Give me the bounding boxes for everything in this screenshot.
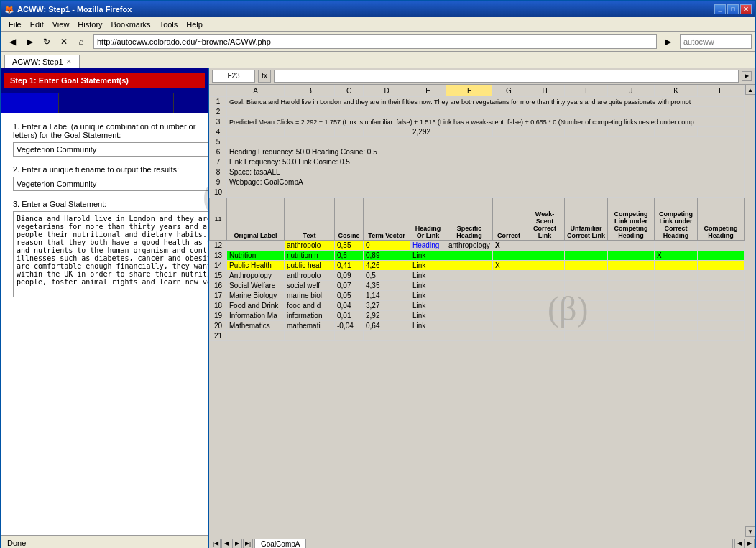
cell-r4-d[interactable] [364,127,410,137]
cell-r13-d[interactable]: 0,89 [364,251,410,261]
cell-r16-k[interactable] [655,281,698,291]
cell-r12-k[interactable] [655,241,698,251]
cell-r13-l[interactable] [698,251,745,261]
col-header-i[interactable]: I [565,85,608,97]
cell-r17-i[interactable] [565,291,608,301]
cell-r21-d[interactable] [364,331,410,341]
cell-r18-a[interactable]: Food and Drink [227,301,285,311]
cell-r4-k[interactable] [655,127,698,137]
menu-view[interactable]: View [48,19,74,30]
cell-r4-j[interactable] [608,127,655,137]
cell-r21-h[interactable] [525,331,565,341]
cell-r20-c[interactable]: -0,04 [335,321,364,331]
cell-r5[interactable] [227,137,745,147]
cell-r13-j[interactable] [608,251,655,261]
cell-r17-j[interactable] [608,291,655,301]
cell-r12-c[interactable]: 0,55 [335,241,364,251]
cell-r15-f[interactable] [446,271,493,281]
minimize-button[interactable]: _ [714,4,726,14]
col-header-h[interactable]: H [525,85,565,97]
cell-r15-h[interactable] [525,271,565,281]
cell-r12-f[interactable]: anthropology a [446,241,493,251]
cell-r4-i[interactable] [565,127,608,137]
cell-r2[interactable] [227,107,745,117]
cell-r15-j[interactable] [608,271,655,281]
cell-r19-j[interactable] [608,311,655,321]
excel-fx-input[interactable] [274,70,739,83]
nav-tab-2[interactable] [59,93,116,113]
cell-r8-a[interactable]: Space: tasaALL [227,167,745,177]
cell-r16-h[interactable] [525,281,565,291]
scroll-up-button[interactable]: ▲ [745,85,755,95]
cell-r16-e[interactable]: Link [410,281,446,291]
cell-r15-e[interactable]: Link [410,271,446,281]
cell-r16-j[interactable] [608,281,655,291]
input-filename[interactable] [13,177,209,191]
textarea-goal[interactable]: Bianca and Harold live in London and the… [13,211,209,297]
nav-tab-3[interactable] [116,93,174,113]
cell-r20-l[interactable] [698,321,745,331]
cell-r15-d[interactable]: 0,5 [364,271,410,281]
cell-r15-k[interactable] [655,271,698,281]
cell-r16-i[interactable] [565,281,608,291]
cell-r16-f[interactable] [446,281,493,291]
cell-r4-b[interactable] [285,127,335,137]
cell-r18-e[interactable]: Link [410,301,446,311]
col-header-g[interactable]: G [493,85,525,97]
col-header-d[interactable]: D [364,85,410,97]
cell-r18-h[interactable] [525,301,565,311]
excel-horizontal-scrollbar[interactable] [308,539,733,549]
input-label[interactable] [13,142,209,157]
scroll-right-button[interactable]: ▶ [745,539,755,549]
cell-r19-b[interactable]: information [285,311,335,321]
cell-r14-d[interactable]: 4,26 [364,261,410,271]
cell-r17-d[interactable]: 1,14 [364,291,410,301]
cell-r17-a[interactable]: Marine Biology [227,291,285,301]
cell-r14-a[interactable]: Public Health [227,261,285,271]
sheet-next-button[interactable]: ▶ [232,539,242,549]
cell-r1-f[interactable]: Goal: Bianca and Harold live in London a… [227,97,745,107]
cell-r4-f[interactable] [446,127,493,137]
cell-r17-f[interactable] [446,291,493,301]
excel-vertical-scrollbar[interactable]: ▲ ▼ [745,85,755,537]
cell-r18-d[interactable]: 3,27 [364,301,410,311]
cell-r13-a[interactable]: Nutrition [227,251,285,261]
menu-file[interactable]: File [4,19,26,30]
cell-r21-c[interactable] [335,331,364,341]
excel-fn-button[interactable]: fx [258,70,271,83]
cell-r12-d[interactable]: 0 [364,241,410,251]
cell-r19-g[interactable] [493,311,525,321]
address-input[interactable] [93,34,657,49]
cell-r14-h[interactable] [525,261,565,271]
close-button[interactable]: ✕ [740,4,752,14]
cell-r18-c[interactable]: 0,04 [335,301,364,311]
cell-r19-i[interactable] [565,311,608,321]
cell-r17-l[interactable] [698,291,745,301]
cell-r20-g[interactable] [493,321,525,331]
cell-r20-i[interactable] [565,321,608,331]
excel-name-box[interactable] [212,70,255,83]
sheet-last-button[interactable]: ▶| [243,539,253,549]
cell-r4-g[interactable] [493,127,525,137]
cell-r20-h[interactable] [525,321,565,331]
cell-r17-b[interactable]: marine biol [285,291,335,301]
cell-r16-c[interactable]: 0,07 [335,281,364,291]
cell-r15-i[interactable] [565,271,608,281]
search-input[interactable] [680,34,752,49]
cell-r6-a[interactable]: Heading Frequency: 50.0 Heading Cosine: … [227,147,745,157]
cell-r20-b[interactable]: mathemati [285,321,335,331]
cell-r19-d[interactable]: 2,92 [364,311,410,321]
cell-r16-b[interactable]: social welf [285,281,335,291]
cell-r10[interactable] [227,187,745,198]
table-wrapper[interactable]: A B C D E F G H I J K L [209,85,745,537]
stop-button[interactable]: ✕ [56,34,72,50]
cell-r15-b[interactable]: anthropolo [285,271,335,281]
cell-r13-c[interactable]: 0,6 [335,251,364,261]
cell-r12-a[interactable] [227,241,285,251]
cell-r12-j[interactable] [608,241,655,251]
maximize-button[interactable]: □ [727,4,739,14]
col-header-l[interactable]: L [698,85,745,97]
menu-help[interactable]: Help [182,19,207,30]
go-button[interactable]: ▶ [660,34,676,50]
cell-r20-d[interactable]: 0,64 [364,321,410,331]
